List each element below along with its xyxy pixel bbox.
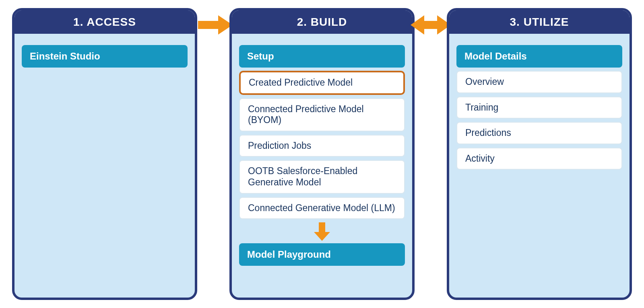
panel-access: 1. ACCESS Einstein Studio: [12, 8, 197, 300]
utilize-item-overview: Overview: [456, 71, 622, 93]
arrow-access-to-build-icon: [198, 14, 233, 36]
panel-utilize: 3. UTILIZE Model Details Overview Traini…: [447, 8, 632, 300]
einstein-studio-pill: Einstein Studio: [22, 45, 188, 68]
build-item-connected-generative-llm: Connected Generative Model (LLM): [239, 197, 405, 220]
model-playground-pill: Model Playground: [239, 243, 405, 266]
svg-rect-2: [319, 222, 325, 232]
panel-access-body: Einstein Studio: [14, 34, 195, 78]
build-item-connected-predictive-byom: Connected Predictive Model (BYOM): [239, 98, 405, 131]
setup-pill: Setup: [239, 45, 405, 68]
panel-build-body: Setup Created Predictive Model Connected…: [232, 34, 412, 276]
svg-rect-5: [424, 21, 437, 29]
svg-rect-0: [198, 21, 218, 29]
diagram-stage: 1. ACCESS Einstein Studio 2. BUILD Setup…: [0, 0, 644, 308]
utilize-item-activity: Activity: [456, 148, 622, 170]
arrow-build-utilize-double-icon: [411, 14, 451, 36]
panel-access-title: 1. ACCESS: [14, 10, 195, 34]
panel-build: 2. BUILD Setup Created Predictive Model …: [229, 8, 415, 300]
build-item-ootb-generative: OOTB Salesforce-Enabled Generative Model: [239, 160, 405, 193]
utilize-item-predictions: Predictions: [456, 122, 622, 144]
utilize-item-training: Training: [456, 97, 622, 119]
model-details-pill: Model Details: [456, 45, 622, 68]
arrow-setup-to-playground-icon: [239, 222, 405, 241]
svg-marker-4: [411, 15, 424, 35]
panel-utilize-title: 3. UTILIZE: [449, 10, 630, 34]
build-item-prediction-jobs: Prediction Jobs: [239, 135, 405, 157]
panel-build-title: 2. BUILD: [232, 10, 412, 34]
svg-marker-3: [314, 232, 330, 241]
build-item-created-predictive-model: Created Predictive Model: [239, 71, 405, 95]
panel-utilize-body: Model Details Overview Training Predicti…: [449, 34, 630, 180]
